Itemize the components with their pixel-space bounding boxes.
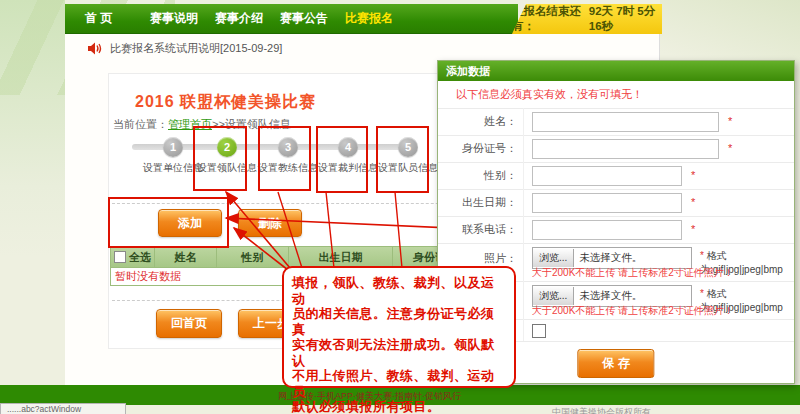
annotation-box-step5 bbox=[376, 126, 429, 193]
field-row-id-number: 身份证号： * bbox=[438, 135, 794, 163]
save-button[interactable]: 保 存 bbox=[577, 349, 654, 378]
page-title: 2016 联盟杯健美操比赛 bbox=[135, 92, 316, 113]
photo-browse-button[interactable]: 浏览... bbox=[533, 249, 574, 267]
field-row-name: 姓名： * bbox=[438, 108, 794, 136]
nav-item-home[interactable]: 首 页 bbox=[85, 4, 112, 33]
table-header-select-all: 全选 bbox=[111, 247, 155, 267]
name-label: 姓名： bbox=[438, 108, 524, 135]
annotation-box-step2 bbox=[193, 126, 247, 191]
birthdate-required-mark: * bbox=[691, 196, 695, 208]
field-row-birthdate: 出生日期： * bbox=[438, 189, 794, 217]
phone-required-mark: * bbox=[691, 223, 695, 235]
countdown-value: 92天 7时 5分 16秒 bbox=[589, 4, 662, 34]
gender-required-mark: * bbox=[691, 169, 695, 181]
photo-required-mark: * bbox=[700, 250, 704, 261]
phone-label: 联系电话： bbox=[438, 216, 524, 243]
dialog-checkbox[interactable] bbox=[532, 324, 546, 338]
name-input[interactable] bbox=[532, 112, 719, 132]
dialog-notice-text: 以下信息必须真实有效，没有可填无！ bbox=[438, 81, 794, 108]
copyright-text: 中国健美操协会版权所有 bbox=[552, 406, 651, 414]
nav-item-registration[interactable]: 比赛报名 bbox=[345, 4, 393, 33]
table-header-birthdate: 出生日期 bbox=[289, 247, 393, 267]
annotation-box-step3 bbox=[258, 126, 311, 191]
annotation-box-step4 bbox=[316, 126, 368, 193]
nav-item-event-intro[interactable]: 赛事说明 bbox=[150, 4, 198, 33]
table-header-name: 姓名 bbox=[155, 247, 217, 267]
id-number-input[interactable] bbox=[532, 139, 719, 159]
speaker-icon bbox=[88, 41, 103, 59]
birthdate-input[interactable] bbox=[532, 193, 682, 213]
browser-status-text: ......abc?actWindow bbox=[0, 403, 126, 414]
annotation-box-add-button bbox=[108, 197, 229, 248]
nav-item-event-notice[interactable]: 赛事公告 bbox=[280, 4, 328, 33]
name-required-mark: * bbox=[728, 115, 732, 127]
certificate-required-mark: * bbox=[700, 288, 704, 299]
callout-line: 不用上传照片、教练、裁判、运动员 bbox=[292, 368, 506, 399]
certificate-file-name: 未选择文件。 bbox=[574, 289, 642, 303]
field-row-gender: 性别： * bbox=[438, 162, 794, 190]
step-circle-1: 1 bbox=[163, 137, 183, 157]
back-home-button[interactable]: 回首页 bbox=[156, 309, 222, 338]
callout-line: 填报，领队、教练、裁判、以及运动 bbox=[292, 275, 506, 306]
birthdate-label: 出生日期： bbox=[438, 189, 524, 216]
top-nav-bar: 首 页 赛事说明 赛事介绍 赛事公告 比赛报名 bbox=[65, 4, 518, 34]
breadcrumb-prefix: 当前位置： bbox=[113, 118, 168, 130]
annotation-callout: 填报，领队、教练、裁判、以及运动 员的相关信息。注意身份证号必须真 实有效否则无… bbox=[282, 266, 516, 388]
callout-line: 默认必须填报所有项目。 bbox=[292, 399, 506, 414]
certificate-browse-button[interactable]: 浏览... bbox=[533, 287, 574, 305]
announcement-link[interactable]: 比赛报名系统试用说明[2015-09-29] bbox=[110, 41, 282, 56]
photo-file-name: 未选择文件。 bbox=[574, 251, 642, 265]
certificate-size-warning: 大于200K不能上传 请上传标准2寸证件照片！ bbox=[532, 304, 734, 318]
dialog-notice-row: 以下信息必须真实有效，没有可填无！ bbox=[438, 81, 794, 109]
nav-item-event-detail[interactable]: 赛事介绍 bbox=[215, 4, 263, 33]
select-all-label: 全选 bbox=[129, 247, 151, 267]
table-header-row: 全选 姓名 性别 出生日期 身份证号 bbox=[111, 247, 479, 267]
table-header-gender: 性别 bbox=[217, 247, 289, 267]
callout-line: 实有效否则无法注册成功。领队默认 bbox=[292, 337, 506, 368]
id-number-label: 身份证号： bbox=[438, 135, 524, 162]
delete-button[interactable]: 删除 bbox=[238, 209, 302, 237]
dialog-title: 添加数据 bbox=[438, 61, 794, 81]
gender-input[interactable] bbox=[532, 166, 682, 186]
registration-countdown: 距报名结束还有： 92天 7时 5分 16秒 bbox=[512, 4, 662, 34]
countdown-label: 距报名结束还有： bbox=[512, 4, 584, 34]
select-all-checkbox[interactable] bbox=[114, 251, 126, 263]
id-number-required-mark: * bbox=[728, 142, 732, 154]
photo-size-warning: 大于200K不能上传 请上传标准2寸证件照片！ bbox=[532, 266, 734, 280]
callout-line: 员的相关信息。注意身份证号必须真 bbox=[292, 306, 506, 337]
field-row-phone: 联系电话： * bbox=[438, 216, 794, 244]
page: 首 页 赛事说明 赛事介绍 赛事公告 比赛报名 距报名结束还有： 92天 7时 … bbox=[0, 0, 800, 414]
phone-input[interactable] bbox=[532, 220, 682, 240]
gender-label: 性别： bbox=[438, 162, 524, 189]
